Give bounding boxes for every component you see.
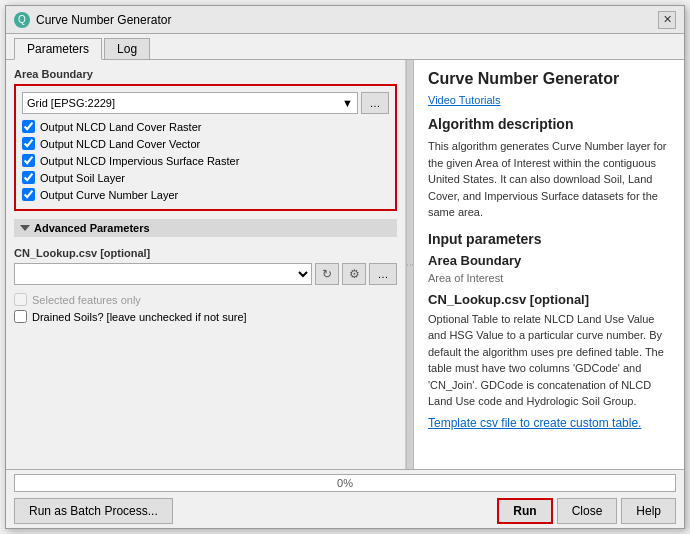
- close-button[interactable]: Close: [557, 498, 618, 524]
- checkbox-nlcd-vector-label: Output NLCD Land Cover Vector: [40, 138, 200, 150]
- right-panel: Curve Number Generator Video Tutorials A…: [414, 60, 684, 469]
- area-boundary-section: Grid [EPSG:2229] ▼ … Output NLCD Land Co…: [14, 84, 397, 211]
- advanced-params-header[interactable]: Advanced Parameters: [14, 219, 397, 237]
- collapse-icon: [20, 225, 30, 231]
- batch-process-button[interactable]: Run as Batch Process...: [14, 498, 173, 524]
- checkbox-nlcd-raster-input[interactable]: [22, 120, 35, 133]
- right-panel-title: Curve Number Generator: [428, 70, 670, 88]
- checkbox-soil-layer-input[interactable]: [22, 171, 35, 184]
- grid-combobox[interactable]: Grid [EPSG:2229] ▼: [22, 92, 358, 114]
- settings-button[interactable]: ⚙: [342, 263, 366, 285]
- checkbox-nlcd-impervious: Output NLCD Impervious Surface Raster: [22, 152, 389, 169]
- selected-features-label: Selected features only: [32, 294, 141, 306]
- checkbox-nlcd-raster: Output NLCD Land Cover Raster: [22, 118, 389, 135]
- checkbox-nlcd-impervious-input[interactable]: [22, 154, 35, 167]
- area-boundary-param-sub: Area of Interest: [428, 272, 670, 284]
- close-window-button[interactable]: ✕: [658, 11, 676, 29]
- selected-features-row: Selected features only: [14, 291, 397, 308]
- advanced-section: CN_Lookup.csv [optional] ↻ ⚙ … Selected …: [14, 243, 397, 329]
- help-button[interactable]: Help: [621, 498, 676, 524]
- cn-lookup-param-desc: Optional Table to relate NLCD Land Use V…: [428, 311, 670, 410]
- buttons-row: Run as Batch Process... Run Close Help: [14, 498, 676, 524]
- progress-bar: 0%: [14, 474, 676, 492]
- browse-button[interactable]: …: [361, 92, 389, 114]
- algo-description-title: Algorithm description: [428, 116, 670, 132]
- main-window: Q Curve Number Generator ✕ Parameters Lo…: [5, 5, 685, 529]
- area-boundary-param-title: Area Boundary: [428, 253, 670, 268]
- title-bar: Q Curve Number Generator ✕: [6, 6, 684, 34]
- tabs-row: Parameters Log: [6, 34, 684, 60]
- drained-soils-label: Drained Soils? [leave unchecked if not s…: [32, 311, 247, 323]
- grid-combo-row: Grid [EPSG:2229] ▼ …: [22, 92, 389, 114]
- window-body: Parameters Log Area Boundary Grid [EPSG:…: [6, 34, 684, 528]
- window-title: Curve Number Generator: [36, 13, 171, 27]
- main-content: Area Boundary Grid [EPSG:2229] ▼ … Outpu…: [6, 60, 684, 469]
- checkbox-soil-layer-label: Output Soil Layer: [40, 172, 125, 184]
- run-button[interactable]: Run: [497, 498, 552, 524]
- grid-value: Grid [EPSG:2229]: [27, 97, 115, 109]
- cn-lookup-param-title: CN_Lookup.csv [optional]: [428, 292, 670, 307]
- cn-lookup-combo-row: ↻ ⚙ …: [14, 263, 397, 285]
- algo-description-text: This algorithm generates Curve Number la…: [428, 138, 670, 221]
- checkbox-nlcd-vector-input[interactable]: [22, 137, 35, 150]
- selected-features-checkbox[interactable]: [14, 293, 27, 306]
- checkbox-curve-number-label: Output Curve Number Layer: [40, 189, 178, 201]
- video-tutorials-link[interactable]: Video Tutorials: [428, 94, 670, 106]
- left-panel: Area Boundary Grid [EPSG:2229] ▼ … Outpu…: [6, 60, 406, 469]
- checkbox-curve-number: Output Curve Number Layer: [22, 186, 389, 203]
- area-boundary-label: Area Boundary: [14, 68, 397, 80]
- combo-arrow-icon: ▼: [342, 97, 353, 109]
- cn-browse-button[interactable]: …: [369, 263, 397, 285]
- refresh-button[interactable]: ↻: [315, 263, 339, 285]
- checkbox-nlcd-vector: Output NLCD Land Cover Vector: [22, 135, 389, 152]
- checkbox-curve-number-input[interactable]: [22, 188, 35, 201]
- checkbox-nlcd-impervious-label: Output NLCD Impervious Surface Raster: [40, 155, 239, 167]
- tab-parameters[interactable]: Parameters: [14, 38, 102, 60]
- cn-lookup-label: CN_Lookup.csv [optional]: [14, 247, 397, 259]
- template-csv-link[interactable]: Template csv file to create custom table…: [428, 416, 641, 430]
- checkbox-nlcd-raster-label: Output NLCD Land Cover Raster: [40, 121, 201, 133]
- bottom-bar: 0% Run as Batch Process... Run Close Hel…: [6, 469, 684, 528]
- progress-text: 0%: [337, 477, 353, 489]
- checkbox-soil-layer: Output Soil Layer: [22, 169, 389, 186]
- app-icon: Q: [14, 12, 30, 28]
- drained-soils-checkbox[interactable]: [14, 310, 27, 323]
- advanced-params-label: Advanced Parameters: [34, 222, 150, 234]
- right-buttons: Run Close Help: [497, 498, 676, 524]
- input-params-title: Input parameters: [428, 231, 670, 247]
- left-buttons: Run as Batch Process...: [14, 498, 173, 524]
- tab-log[interactable]: Log: [104, 38, 150, 59]
- drained-soils-row: Drained Soils? [leave unchecked if not s…: [14, 308, 397, 325]
- resize-handle[interactable]: ⋮: [406, 60, 414, 469]
- cn-lookup-select[interactable]: [14, 263, 312, 285]
